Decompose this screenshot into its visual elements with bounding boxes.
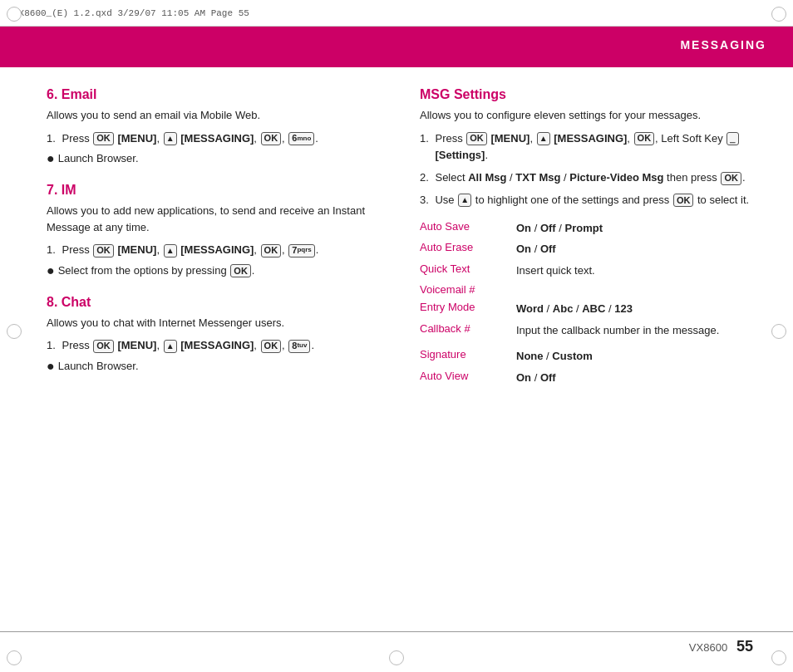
email-step-1: 1. Press OK [MENU], ▲ [MESSAGING], OK, 6… — [47, 130, 393, 148]
bullet-dot: ● — [47, 150, 55, 168]
ok-key: OK — [230, 264, 251, 277]
ok-key: OK — [261, 244, 282, 258]
punch-hole — [7, 7, 22, 22]
settings-row-entrymode: Entry Mode Word / Abc / ABC / 123 — [420, 298, 766, 320]
soft-key: ⎯ — [727, 132, 739, 145]
bullet-text: Launch Browser. — [58, 358, 139, 375]
settings-row-autoview: Auto View On / Off — [420, 367, 766, 389]
step-text: Use ▲ to highlight one of the settings a… — [435, 192, 749, 209]
settings-label-voicemail: Voicemail # — [420, 283, 503, 296]
msg-settings-title: MSG Settings — [420, 87, 766, 102]
settings-label-entrymode: Entry Mode — [420, 301, 503, 313]
bullet-dot: ● — [47, 358, 55, 375]
num8-key: 8tuv — [288, 340, 310, 353]
punch-hole — [771, 7, 786, 22]
right-column: MSG Settings Allows you to configure ele… — [420, 87, 766, 390]
page: VX8600_(E) 1.2.qxd 3/29/07 11:05 AM Page… — [0, 0, 793, 672]
top-bar-text: VX8600_(E) 1.2.qxd 3/29/07 11:05 AM Page… — [13, 8, 249, 18]
ok-key: OK — [261, 340, 282, 353]
section-im: 7. IM Allows you to add new applications… — [47, 183, 393, 280]
ok-key: OK — [261, 132, 282, 145]
ok-key: OK — [673, 194, 694, 207]
step-num: 1. — [47, 130, 58, 148]
msg-settings-description: Allows you to configure eleven settings … — [420, 107, 766, 124]
step-text: Press OK [MENU], ▲ [MESSAGING], OK, 8tuv… — [62, 337, 314, 355]
im-step-1: 1. Press OK [MENU], ▲ [MESSAGING], OK, 7… — [47, 242, 393, 259]
ok-key: OK — [93, 244, 114, 258]
settings-label-callback: Callback # — [420, 322, 503, 335]
section-header: MESSAGING — [0, 27, 793, 63]
step-num: 1. — [47, 242, 58, 259]
msg-step-1: 1. Press OK [MENU], ▲ [MESSAGING], OK, L… — [420, 130, 766, 165]
step-text: Press OK [MENU], ▲ [MESSAGING], OK, Left… — [435, 130, 766, 165]
msg-step-3: 3. Use ▲ to highlight one of the setting… — [420, 192, 766, 209]
footer-page-num: 55 — [736, 638, 753, 655]
ok-key: OK — [93, 340, 114, 353]
email-bullet-1: ● Launch Browser. — [47, 150, 393, 168]
settings-value-quicktext: Insert quick text. — [516, 262, 595, 279]
content-area: 6. Email Allows you to send an email via… — [0, 67, 793, 404]
chat-step-1: 1. Press OK [MENU], ▲ [MESSAGING], OK, 8… — [47, 337, 393, 355]
punch-hole — [389, 650, 404, 665]
settings-row-voicemail: Voicemail # — [420, 281, 766, 298]
settings-row-autoerase: Auto Erase On / Off — [420, 238, 766, 260]
nav-up-key: ▲ — [458, 194, 471, 207]
nav-up-key: ▲ — [537, 132, 550, 145]
nav-up-key: ▲ — [164, 132, 177, 145]
settings-row-callback: Callback # Input the callback number in … — [420, 320, 766, 341]
section-chat: 8. Chat Allows you to chat with Internet… — [47, 295, 393, 375]
step-text: Press OK [MENU], ▲ [MESSAGING], OK, 6mno… — [62, 130, 318, 148]
section-header-title: MESSAGING — [680, 38, 766, 52]
settings-value-entrymode: Word / Abc / ABC / 123 — [516, 301, 633, 317]
email-title: 6. Email — [47, 87, 393, 102]
ok-key: OK — [721, 172, 741, 185]
im-title: 7. IM — [47, 183, 393, 198]
msg-step-2: 2. Select All Msg / TXT Msg / Picture-Vi… — [420, 169, 766, 187]
settings-value-autoerase: On / Off — [516, 241, 556, 258]
punch-hole — [771, 324, 786, 339]
settings-label-autoerase: Auto Erase — [420, 241, 503, 253]
step-num: 3. — [420, 192, 431, 209]
top-bar: VX8600_(E) 1.2.qxd 3/29/07 11:05 AM Page… — [0, 0, 793, 27]
settings-label-autosave: Auto Save — [420, 220, 503, 233]
step-text: Press OK [MENU], ▲ [MESSAGING], OK, 7pqr… — [62, 242, 318, 259]
nav-up-key: ▲ — [164, 244, 177, 258]
left-column: 6. Email Allows you to send an email via… — [47, 87, 393, 390]
im-bullet-1: ● Select from the options by pressing OK… — [47, 262, 393, 280]
bullet-text: Launch Browser. — [58, 150, 139, 168]
im-description: Allows you to add new applications, to s… — [47, 203, 393, 235]
num7-key: 7pqrs — [288, 244, 314, 258]
bullet-text: Select from the options by pressing OK. — [58, 262, 255, 280]
footer-page: VX8600 55 — [689, 638, 753, 655]
footer-divider — [0, 631, 793, 632]
settings-label-signature: Signature — [420, 348, 503, 361]
settings-label-autoview: Auto View — [420, 370, 503, 382]
step-num: 1. — [420, 130, 431, 165]
settings-value-callback: Input the callback number in the message… — [516, 322, 719, 339]
settings-row-quicktext: Quick Text Insert quick text. — [420, 260, 766, 282]
settings-value-signature: None / Custom — [516, 348, 593, 365]
step-text: Select All Msg / TXT Msg / Picture-Video… — [435, 169, 745, 187]
ok-key: OK — [466, 132, 487, 145]
chat-description: Allows you to chat with Internet Messeng… — [47, 315, 393, 331]
settings-label-quicktext: Quick Text — [420, 262, 503, 275]
section-email: 6. Email Allows you to send an email via… — [47, 87, 393, 168]
chat-title: 8. Chat — [47, 295, 393, 310]
bullet-dot: ● — [47, 262, 55, 280]
settings-table: Auto Save On / Off / Prompt Auto Erase O… — [420, 218, 766, 389]
email-description: Allows you to send an email via Mobile W… — [47, 107, 393, 124]
settings-row-signature: Signature None / Custom — [420, 346, 766, 367]
punch-hole — [7, 650, 22, 665]
settings-value-autoview: On / Off — [516, 370, 556, 386]
step-num: 1. — [47, 337, 58, 355]
footer-brand: VX8600 — [689, 641, 727, 654]
chat-bullet-1: ● Launch Browser. — [47, 358, 393, 375]
settings-value-autosave: On / Off / Prompt — [516, 220, 603, 237]
ok-key: OK — [634, 132, 655, 145]
step-num: 2. — [420, 169, 431, 187]
punch-hole — [771, 650, 786, 665]
ok-key: OK — [93, 132, 114, 145]
punch-hole — [7, 324, 22, 339]
nav-up-key: ▲ — [164, 340, 177, 353]
settings-row-autosave: Auto Save On / Off / Prompt — [420, 218, 766, 239]
